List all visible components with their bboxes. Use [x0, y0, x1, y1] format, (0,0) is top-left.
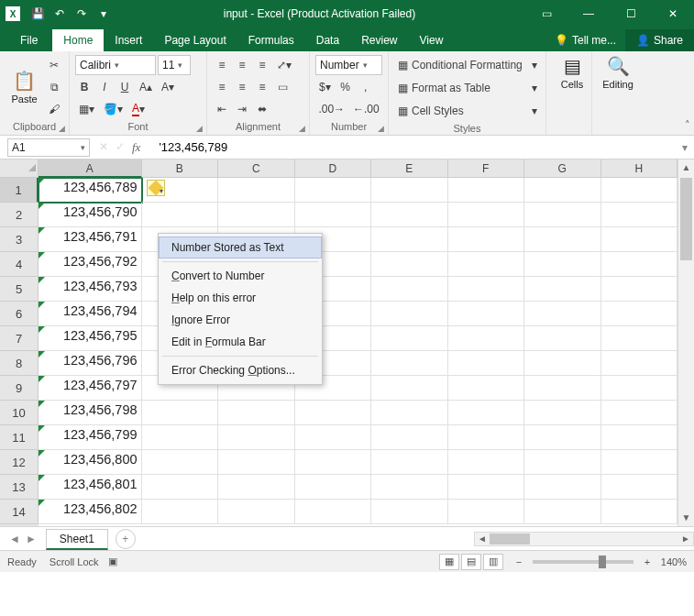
- column-header-H[interactable]: H: [601, 160, 677, 178]
- tab-data[interactable]: Data: [305, 29, 350, 51]
- align-center-button[interactable]: ≡: [233, 77, 251, 97]
- cell-E14[interactable]: [371, 500, 448, 524]
- error-smart-tag[interactable]: ▾: [147, 180, 165, 196]
- cell-H4[interactable]: [601, 252, 677, 277]
- cell-C1[interactable]: [218, 178, 295, 203]
- tab-view[interactable]: View: [409, 29, 455, 51]
- increase-decimal-button[interactable]: .00→: [315, 99, 348, 119]
- cell-A2[interactable]: 123,456,790: [39, 203, 142, 227]
- cell-G12[interactable]: [524, 450, 601, 475]
- cell-G2[interactable]: [524, 203, 601, 227]
- cell-A11[interactable]: 123,456,799: [39, 425, 142, 450]
- font-color-button[interactable]: A▾: [128, 99, 149, 119]
- cell-A4[interactable]: 123,456,792: [39, 252, 142, 277]
- cell-B2[interactable]: [142, 203, 219, 227]
- cell-B10[interactable]: [142, 401, 219, 425]
- percent-format-button[interactable]: %: [336, 77, 355, 97]
- cell-F7[interactable]: [448, 326, 525, 351]
- cell-E5[interactable]: [371, 277, 448, 302]
- cell-F3[interactable]: [448, 227, 525, 252]
- ctx-item-4[interactable]: Edit in Formula Bar: [159, 331, 322, 353]
- row-header-4[interactable]: 4: [0, 252, 39, 277]
- cell-C10[interactable]: [218, 401, 295, 425]
- cell-B14[interactable]: [142, 500, 219, 524]
- align-left-button[interactable]: ≡: [213, 77, 231, 97]
- cell-G6[interactable]: [524, 302, 601, 326]
- page-layout-view-button[interactable]: ▤: [461, 554, 481, 570]
- column-header-G[interactable]: G: [524, 160, 600, 178]
- column-header-F[interactable]: F: [448, 160, 524, 178]
- tab-home[interactable]: Home: [52, 29, 104, 51]
- cell-G10[interactable]: [524, 401, 601, 425]
- row-header-2[interactable]: 2: [0, 203, 39, 227]
- clipboard-dialog-launcher[interactable]: ◢: [59, 124, 65, 133]
- cell-H7[interactable]: [601, 326, 677, 351]
- row-header-1[interactable]: 1: [0, 178, 39, 203]
- cell-H6[interactable]: [601, 302, 677, 326]
- cell-C12[interactable]: [218, 450, 295, 475]
- cell-H10[interactable]: [601, 401, 677, 425]
- align-top-button[interactable]: ≡: [213, 55, 231, 75]
- decrease-decimal-button[interactable]: ←.00: [350, 99, 383, 119]
- cell-F11[interactable]: [448, 425, 525, 450]
- cell-G7[interactable]: [524, 326, 601, 351]
- cell-G5[interactable]: [524, 277, 601, 302]
- cell-F2[interactable]: [448, 203, 525, 227]
- horizontal-scrollbar[interactable]: ◄ ►: [474, 532, 694, 546]
- decrease-indent-button[interactable]: ⇤: [213, 99, 231, 119]
- page-break-view-button[interactable]: ▥: [483, 554, 503, 570]
- row-header-8[interactable]: 8: [0, 351, 39, 376]
- paste-button[interactable]: 📋 Paste: [6, 70, 43, 104]
- cell-A1[interactable]: 123,456,789: [39, 178, 142, 203]
- normal-view-button[interactable]: ▦: [439, 554, 459, 570]
- zoom-level[interactable]: 140%: [661, 556, 687, 567]
- ctx-item-3[interactable]: Ignore Error: [159, 309, 322, 331]
- cell-G1[interactable]: [524, 178, 601, 203]
- tab-page-layout[interactable]: Page Layout: [153, 29, 237, 51]
- ribbon-display-options-button[interactable]: ▭: [525, 0, 567, 28]
- maximize-button[interactable]: ☐: [610, 0, 652, 28]
- name-box[interactable]: A1▾: [7, 138, 90, 157]
- ctx-item-0[interactable]: Number Stored as Text: [159, 236, 322, 258]
- macro-record-icon[interactable]: ▣: [108, 556, 117, 567]
- cell-E11[interactable]: [371, 425, 448, 450]
- expand-formula-bar-button[interactable]: ▾: [676, 141, 694, 154]
- cell-E4[interactable]: [371, 252, 448, 277]
- row-header-5[interactable]: 5: [0, 277, 39, 302]
- tell-me-search[interactable]: 💡 Tell me...: [545, 29, 625, 51]
- row-header-13[interactable]: 13: [0, 475, 39, 500]
- align-middle-button[interactable]: ≡: [233, 55, 251, 75]
- copy-button[interactable]: ⧉: [45, 77, 63, 97]
- zoom-out-button[interactable]: −: [512, 556, 525, 567]
- cut-button[interactable]: ✂: [45, 55, 63, 75]
- cell-D13[interactable]: [295, 475, 372, 500]
- sheet-tab-sheet1[interactable]: Sheet1: [46, 529, 108, 550]
- column-header-B[interactable]: B: [142, 160, 218, 178]
- row-header-9[interactable]: 9: [0, 376, 39, 401]
- cells-button[interactable]: ▤ Cells: [552, 55, 592, 90]
- accounting-format-button[interactable]: $▾: [315, 77, 335, 97]
- cell-B12[interactable]: [142, 450, 219, 475]
- italic-button[interactable]: I: [95, 77, 114, 97]
- format-painter-button[interactable]: 🖌: [45, 99, 63, 119]
- vertical-scrollbar[interactable]: ▲ ▼: [677, 160, 694, 526]
- ctx-item-1[interactable]: Convert to Number: [159, 265, 322, 287]
- column-header-C[interactable]: C: [218, 160, 294, 178]
- zoom-slider[interactable]: [533, 560, 633, 564]
- cell-G13[interactable]: [524, 475, 601, 500]
- cell-A12[interactable]: 123,456,800: [39, 450, 142, 475]
- cell-G11[interactable]: [524, 425, 601, 450]
- increase-font-button[interactable]: A▴: [136, 77, 156, 97]
- row-header-12[interactable]: 12: [0, 450, 39, 475]
- collapse-ribbon-button[interactable]: ˄: [685, 119, 690, 131]
- row-header-7[interactable]: 7: [0, 326, 39, 351]
- enter-formula-button[interactable]: ✓: [116, 140, 125, 155]
- new-sheet-button[interactable]: +: [116, 529, 136, 549]
- cell-G8[interactable]: [524, 351, 601, 376]
- format-as-table-button[interactable]: ▦Format as Table▾: [394, 78, 541, 98]
- cell-H1[interactable]: [601, 178, 677, 203]
- cell-G3[interactable]: [524, 227, 601, 252]
- font-name-combo[interactable]: Calibri▾: [75, 55, 156, 75]
- bold-button[interactable]: B: [75, 77, 94, 97]
- cell-F4[interactable]: [448, 252, 525, 277]
